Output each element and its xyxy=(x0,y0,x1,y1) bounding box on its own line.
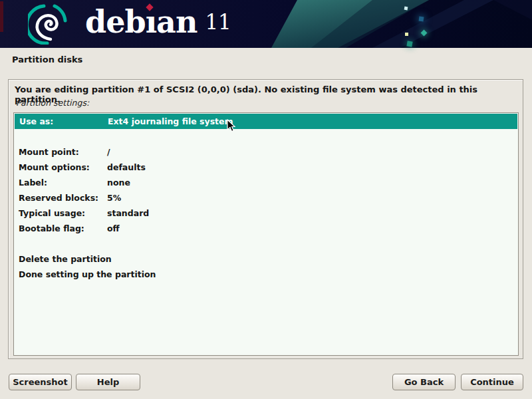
go-back-button[interactable]: Go Back xyxy=(392,374,456,390)
row-typical-usage[interactable]: Typical usage: standard xyxy=(14,205,518,221)
row-use-as[interactable]: Use as: Ext4 journaling file system xyxy=(15,114,517,129)
row-label-setting[interactable]: Label: none xyxy=(14,175,518,190)
row-label: Reserved blocks: xyxy=(19,193,98,203)
brand-wordmark: debıan 11 xyxy=(85,7,231,37)
mouse-cursor-icon xyxy=(227,119,236,132)
row-bootable-flag[interactable]: Bootable flag: off xyxy=(14,221,518,236)
row-value: Ext4 journaling file system xyxy=(108,116,233,126)
installer-window: debıan 11 Partition disks You are editin… xyxy=(0,0,532,399)
banner: debıan 11 xyxy=(0,0,532,48)
content-frame: You are editing partition #1 of SCSI2 (0… xyxy=(8,79,523,359)
banner-square-light xyxy=(404,7,408,11)
row-label: Use as: xyxy=(19,116,53,126)
banner-decoration xyxy=(0,0,532,48)
partition-settings-list[interactable]: Use as: Ext4 journaling file system Moun… xyxy=(13,112,519,356)
row-blank-2 xyxy=(14,236,518,251)
info-text: You are editing partition #1 of SCSI2 (0… xyxy=(15,84,517,104)
row-value: off xyxy=(107,223,120,233)
help-button[interactable]: Help xyxy=(76,374,140,390)
debian-logo-icon xyxy=(28,3,69,45)
row-reserved-blocks[interactable]: Reserved blocks: 5% xyxy=(14,190,518,205)
row-done-partition[interactable]: Done setting up the partition xyxy=(14,267,518,282)
row-label: Typical usage: xyxy=(19,208,85,218)
row-label: Bootable flag: xyxy=(19,223,84,233)
brand-version: 11 xyxy=(205,12,231,33)
row-label: Mount point: xyxy=(19,147,79,157)
row-blank-1 xyxy=(14,129,518,144)
row-value: / xyxy=(107,147,110,157)
page-title: Partition disks xyxy=(12,55,82,65)
row-mount-options[interactable]: Mount options: defaults xyxy=(14,160,518,175)
row-value: none xyxy=(107,178,130,188)
row-delete-partition[interactable]: Delete the partition xyxy=(14,251,518,267)
banner-square-blue xyxy=(419,17,424,22)
row-value: 5% xyxy=(107,193,121,203)
banner-square-teal-bottom xyxy=(406,41,412,47)
row-value: defaults xyxy=(107,162,146,172)
partition-settings-label: Partition settings: xyxy=(16,98,89,108)
screenshot-button[interactable]: Screenshot xyxy=(9,374,72,390)
row-label: Done setting up the partition xyxy=(19,269,156,279)
continue-button[interactable]: Continue xyxy=(461,374,523,390)
banner-square-yellow xyxy=(405,33,408,36)
row-value: standard xyxy=(107,208,149,218)
brand-red-diamond xyxy=(146,3,153,11)
row-label: Delete the partition xyxy=(19,254,112,264)
row-label: Mount options: xyxy=(19,162,90,172)
row-label: Label: xyxy=(19,178,47,188)
brand-text: debıan xyxy=(85,7,197,37)
row-mount-point[interactable]: Mount point: / xyxy=(14,144,518,160)
